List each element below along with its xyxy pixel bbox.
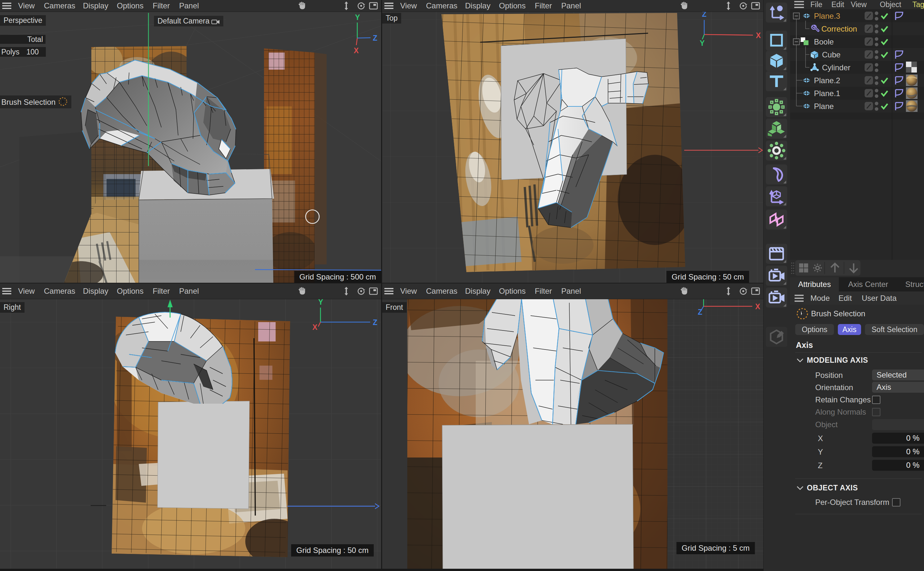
svg-text:Cylinder: Cylinder [822, 63, 850, 72]
svg-text:Plane.1: Plane.1 [814, 89, 840, 98]
svg-text:X: X [755, 302, 760, 311]
svg-text:Y: Y [355, 13, 360, 22]
svg-text:Cube: Cube [822, 50, 840, 59]
svg-text:Plane.2: Plane.2 [814, 76, 840, 85]
svg-text:X: X [354, 46, 359, 55]
svg-text:Boole: Boole [814, 37, 834, 46]
svg-text:Y: Y [700, 39, 704, 48]
svg-text:Plane: Plane [814, 102, 834, 111]
svg-text:Plane.3: Plane.3 [814, 12, 840, 20]
svg-text:Correction: Correction [821, 25, 857, 33]
svg-text:X: X [313, 323, 317, 332]
svg-text:X: X [756, 31, 761, 40]
svg-text:Z: Z [373, 34, 377, 42]
svg-text:Z: Z [373, 318, 377, 327]
svg-text:Z: Z [698, 308, 702, 316]
